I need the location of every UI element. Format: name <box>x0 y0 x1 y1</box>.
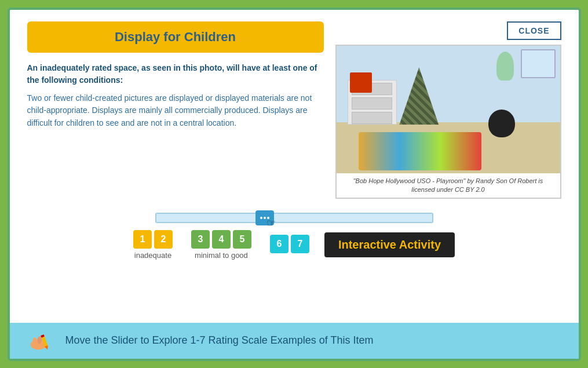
badge-4[interactable]: 4 <box>212 230 231 249</box>
dresser-drawer-3 <box>352 112 392 124</box>
rating-row: 1 2 inadequate 3 4 5 minimal to good <box>133 230 455 260</box>
window <box>521 49 556 78</box>
badge-3[interactable]: 3 <box>191 230 210 249</box>
rug <box>359 132 481 170</box>
slider-track <box>155 213 433 223</box>
stork-decal <box>496 52 514 81</box>
top-row: Display for Children An inadequately rat… <box>27 21 561 199</box>
pencil-icon <box>27 330 56 352</box>
pencil-svg <box>27 330 56 352</box>
dot-2 <box>264 217 266 219</box>
title-box: Display for Children <box>27 21 324 53</box>
badge-1[interactable]: 1 <box>133 230 152 249</box>
slider-track-container: ☞ <box>155 213 433 223</box>
photo-container: "Bob Hope Hollywood USO - Playroom" by R… <box>335 45 561 199</box>
page-title: Display for Children <box>115 30 236 44</box>
rating-nums-3: 6 7 <box>270 235 309 253</box>
badge-5[interactable]: 5 <box>233 230 251 249</box>
badge-2[interactable]: 2 <box>154 230 173 249</box>
rating-group-high: 6 7 <box>270 235 309 256</box>
interactive-activity-badge: Interactive Activity <box>324 232 455 257</box>
rating-group-inadequate: 1 2 inadequate <box>133 230 173 260</box>
description-bold: An inadequately rated space, as seen in … <box>27 62 324 86</box>
mickey-plush <box>488 110 515 137</box>
close-button[interactable]: CLOSE <box>507 21 561 40</box>
rating-nums-2: 3 4 5 <box>191 230 251 249</box>
label-minimal: minimal to good <box>195 251 248 260</box>
photo-caption: "Bob Hope Hollywood USO - Playroom" by R… <box>337 173 560 198</box>
description-normal: Two or fewer child-created pictures are … <box>27 92 324 130</box>
cursor-icon: ☞ <box>266 217 276 229</box>
rating-nums-1: 1 2 <box>133 230 173 249</box>
right-panel: CLOSE <box>335 21 561 199</box>
bottom-bar-text: Move the Slider to Explore 1-7 Rating Sc… <box>65 334 374 347</box>
badge-6[interactable]: 6 <box>270 235 288 253</box>
slider-section: ☞ 1 2 inadequate 3 4 <box>27 207 561 265</box>
badge-7[interactable]: 7 <box>291 235 309 253</box>
tv <box>350 72 372 93</box>
label-inadequate: inadequate <box>134 251 171 260</box>
dresser-drawer-2 <box>352 97 392 110</box>
dot-1 <box>260 217 262 219</box>
left-panel: Display for Children An inadequately rat… <box>27 21 324 199</box>
rating-group-minimal: 3 4 5 minimal to good <box>191 230 251 260</box>
content-area: Display for Children An inadequately rat… <box>10 10 579 323</box>
main-window: Display for Children An inadequately rat… <box>8 8 581 361</box>
bottom-bar: Move the Slider to Explore 1-7 Rating Sc… <box>10 323 579 359</box>
photo-image <box>337 46 560 173</box>
